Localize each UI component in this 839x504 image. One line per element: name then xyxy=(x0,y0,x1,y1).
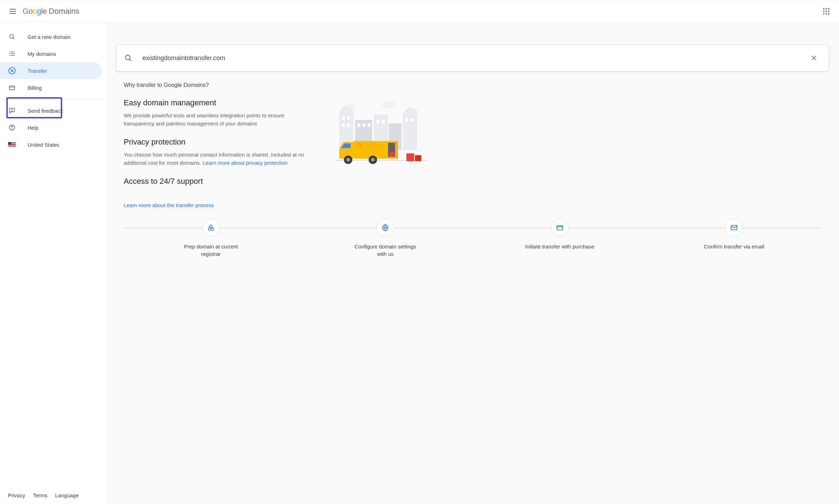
svg-rect-30 xyxy=(347,116,350,120)
feature-title: Privacy protection xyxy=(124,137,315,147)
svg-rect-4 xyxy=(10,53,11,54)
sidebar-item-label: Send feedback xyxy=(28,108,63,114)
svg-point-58 xyxy=(210,228,211,229)
svg-rect-7 xyxy=(11,55,15,56)
svg-rect-6 xyxy=(10,55,11,56)
step-label: Confirm transfer via email xyxy=(704,243,764,250)
svg-point-12 xyxy=(12,111,12,111)
svg-rect-38 xyxy=(405,118,408,122)
svg-rect-5 xyxy=(11,53,15,54)
sidebar-item-label: Help xyxy=(28,125,39,131)
svg-rect-36 xyxy=(376,120,379,123)
hamburger-icon xyxy=(10,9,16,14)
credit-card-icon xyxy=(8,83,16,92)
step-label: Initiate transfer with purchase xyxy=(525,243,594,250)
feature-body: You choose how much personal contact inf… xyxy=(124,151,315,167)
footer-terms-link[interactable]: Terms xyxy=(33,492,47,498)
svg-rect-2 xyxy=(10,52,11,52)
step-configure-settings: Configure domain settings with us xyxy=(298,219,473,258)
svg-rect-39 xyxy=(411,118,413,122)
feature-body: We provide powerful tools and seamless i… xyxy=(124,112,315,128)
sidebar-item-send-feedback[interactable]: Send feedback xyxy=(0,102,102,119)
svg-point-14 xyxy=(12,129,12,129)
svg-rect-47 xyxy=(389,152,394,157)
step-confirm-email: Confirm transfer via email xyxy=(647,219,822,250)
svg-rect-60 xyxy=(557,226,563,230)
google-apps-button[interactable] xyxy=(819,4,833,18)
sidebar-item-help[interactable]: Help xyxy=(0,119,102,136)
svg-rect-31 xyxy=(342,123,345,127)
svg-rect-48 xyxy=(357,143,363,147)
gear-icon xyxy=(381,224,389,232)
feature-support: Access to 24/7 support xyxy=(124,177,315,186)
list-icon xyxy=(8,49,16,58)
transfer-icon xyxy=(8,66,16,75)
privacy-learn-more-link[interactable]: Learn more about privacy protection xyxy=(203,160,287,166)
clear-search-button[interactable] xyxy=(807,51,821,65)
footer-privacy-link[interactable]: Privacy xyxy=(8,492,25,498)
svg-rect-45 xyxy=(396,141,398,159)
svg-rect-33 xyxy=(358,123,360,127)
why-transfer-heading: Why transfer to Google Domains? xyxy=(124,82,821,88)
svg-point-52 xyxy=(346,158,350,162)
sidebar-footer: Privacy Terms Language xyxy=(0,487,106,504)
email-icon xyxy=(730,224,738,232)
step-label: Prep domain at current registrar xyxy=(176,243,246,258)
sidebar-item-my-domains[interactable]: My domains xyxy=(0,45,102,62)
svg-rect-32 xyxy=(347,123,350,127)
search-icon xyxy=(8,33,16,41)
sidebar-item-label: My domains xyxy=(28,51,56,57)
sidebar: Get a new domain My domains Transfer Bil… xyxy=(0,23,106,504)
sidebar-item-billing[interactable]: Billing xyxy=(0,79,102,96)
feature-title: Easy domain management xyxy=(124,98,315,107)
step-initiate-transfer: Initiate transfer with purchase xyxy=(473,219,647,250)
sidebar-item-label: Billing xyxy=(28,85,42,91)
main-content: Why transfer to Google Domains? Easy dom… xyxy=(106,23,839,504)
sidebar-item-label: Transfer xyxy=(28,68,47,74)
transfer-steps: Prep domain at current registrar Configu… xyxy=(124,219,821,258)
close-icon xyxy=(810,54,817,61)
sidebar-item-label: United States xyxy=(28,142,59,148)
transfer-illustration xyxy=(336,100,428,168)
svg-line-16 xyxy=(129,59,131,61)
svg-rect-9 xyxy=(10,86,15,90)
feature-easy-management: Easy domain management We provide powerf… xyxy=(124,98,315,128)
google-logo-text: Google xyxy=(23,7,47,16)
svg-rect-35 xyxy=(368,123,370,127)
sidebar-divider xyxy=(0,99,106,99)
transfer-search-card xyxy=(116,45,829,71)
svg-rect-37 xyxy=(382,120,385,123)
footer-language-link[interactable]: Language xyxy=(55,492,79,498)
svg-rect-34 xyxy=(363,123,365,127)
help-icon xyxy=(8,123,16,132)
step-prep-domain: Prep domain at current registrar xyxy=(124,219,298,258)
apps-grid-icon xyxy=(823,8,829,14)
sidebar-item-label: Get a new domain xyxy=(28,34,71,40)
learn-transfer-process-link[interactable]: Learn more about the transfer process xyxy=(124,202,214,208)
svg-rect-29 xyxy=(342,116,345,120)
product-logo[interactable]: Google Domains xyxy=(23,7,80,16)
svg-point-0 xyxy=(10,34,13,38)
top-bar: Google Domains xyxy=(0,0,839,23)
svg-rect-56 xyxy=(415,155,421,161)
transfer-domain-input[interactable] xyxy=(142,54,797,62)
svg-point-15 xyxy=(125,55,130,60)
feedback-icon xyxy=(8,106,16,115)
main-menu-button[interactable] xyxy=(6,4,20,18)
svg-point-59 xyxy=(385,227,387,229)
search-icon xyxy=(124,54,133,62)
svg-line-1 xyxy=(13,38,14,39)
feature-title: Access to 24/7 support xyxy=(124,177,315,186)
svg-point-54 xyxy=(371,158,375,162)
svg-point-20 xyxy=(381,101,397,109)
svg-rect-27 xyxy=(403,113,417,150)
sidebar-item-get-new-domain[interactable]: Get a new domain xyxy=(0,28,102,45)
credit-card-icon xyxy=(556,224,564,232)
svg-rect-3 xyxy=(11,52,15,52)
flag-us-icon xyxy=(8,140,16,149)
step-label: Configure domain settings with us xyxy=(350,243,421,258)
feature-privacy-protection: Privacy protection You choose how much p… xyxy=(124,137,315,167)
sidebar-item-transfer[interactable]: Transfer xyxy=(0,62,102,79)
svg-point-8 xyxy=(9,68,15,74)
sidebar-item-country[interactable]: United States xyxy=(0,136,102,153)
